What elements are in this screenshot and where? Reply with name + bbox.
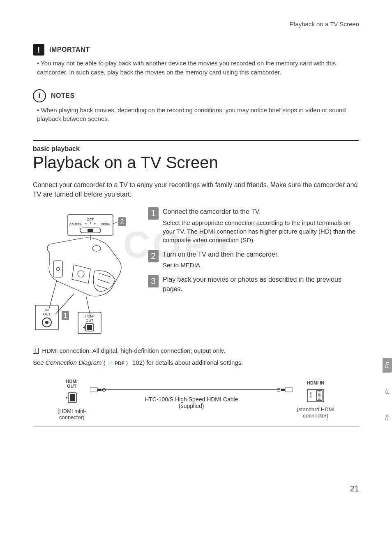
svg-rect-38 xyxy=(281,389,285,391)
svg-text:AV: AV xyxy=(44,308,49,312)
info-icon: i xyxy=(33,89,46,102)
svg-point-11 xyxy=(78,271,84,277)
notes-callout: i NOTES xyxy=(33,89,359,102)
svg-rect-39 xyxy=(285,388,293,392)
step-text: Select the appropriate connection accord… xyxy=(163,218,359,244)
exclamation-icon: ! xyxy=(33,44,44,56)
hdmi-out-connector: HDMI OUT (HDMI mini- connector) xyxy=(58,379,86,420)
svg-rect-34 xyxy=(90,388,97,392)
lang-tab-es[interactable]: Es xyxy=(383,410,392,425)
step-body: Turn on the TV and then the camcorder. S… xyxy=(163,250,279,269)
notes-text: When playing back movies, depending on t… xyxy=(33,106,359,124)
step-item: 1 Connect the camcorder to the TV. Selec… xyxy=(148,207,359,244)
diagram-callout-1: 1 xyxy=(64,312,67,319)
connection-diagram: HDMI OUT (HDMI mini- connector) HTC-100/… xyxy=(33,375,359,426)
hdmi-out-label: HDMI OUT xyxy=(58,379,86,389)
step-body: Play back your movies or photos as descr… xyxy=(163,275,359,295)
footnote-text: HDMI connection: All digital, high-defin… xyxy=(42,347,225,354)
see-reference: See Connection Diagram ( 📄PDF〉 102) for … xyxy=(33,359,359,367)
svg-point-1 xyxy=(85,223,87,225)
diagram-camera-label: CAMERA xyxy=(69,223,82,226)
svg-rect-29 xyxy=(87,325,92,330)
step-number: 3 xyxy=(148,275,159,287)
svg-point-37 xyxy=(277,388,280,392)
hdmi-in-label: HDMI IN xyxy=(297,380,334,385)
step-title: Turn on the TV and then the camcorder. xyxy=(163,250,279,259)
svg-rect-9 xyxy=(53,261,62,277)
running-header: Playback on a TV Screen xyxy=(33,21,359,28)
hdmi-standard-icon: HDMI xyxy=(307,389,325,403)
step-item: 2 Turn on the TV and then the camcorder.… xyxy=(148,250,359,269)
svg-rect-32 xyxy=(70,394,75,401)
svg-point-10 xyxy=(56,267,60,271)
notes-label: NOTES xyxy=(51,92,75,100)
step-number: 1 xyxy=(148,207,159,220)
lang-tab-en[interactable]: En xyxy=(383,358,392,373)
cable-graphic: HTC-100/S High Speed HDMI Cable (supplie… xyxy=(86,389,297,409)
svg-text:HDMI: HDMI xyxy=(309,392,312,398)
diagram-media-label: MEDIA xyxy=(101,223,110,226)
hdmi-footnote: 1 HDMI connection: All digital, high-def… xyxy=(33,347,359,354)
important-callout: ! IMPORTANT xyxy=(33,44,359,56)
cable-plug-right-icon xyxy=(276,387,293,393)
important-label: IMPORTANT xyxy=(49,46,90,53)
step-text: Set to MEDIA. xyxy=(163,261,279,269)
svg-rect-5 xyxy=(88,229,93,232)
svg-line-7 xyxy=(113,222,118,224)
svg-line-13 xyxy=(98,279,110,283)
steps-list: COPY 1 Connect the camcorder to the TV. … xyxy=(148,207,359,335)
svg-point-23 xyxy=(45,321,48,324)
svg-marker-30 xyxy=(83,326,85,329)
cable-supplied: (supplied) xyxy=(86,403,297,409)
step-body: Connect the camcorder to the TV. Select … xyxy=(163,207,359,244)
section-subtitle: basic playback xyxy=(33,145,359,153)
camcorder-diagram: OFF CAMERA MEDIA 2 xyxy=(33,207,140,335)
page-number: 21 xyxy=(33,484,359,493)
diagram-off-label: OFF xyxy=(87,218,94,222)
language-tabs: En Fr Es xyxy=(383,358,392,425)
svg-text:OUT: OUT xyxy=(86,318,94,322)
section-divider xyxy=(33,140,359,141)
pdf-icon: 📄PDF〉 xyxy=(107,360,131,367)
svg-point-3 xyxy=(95,223,96,225)
svg-marker-33 xyxy=(66,396,67,399)
step-title: Connect the camcorder to the TV. xyxy=(163,207,359,216)
svg-line-18 xyxy=(86,297,90,316)
svg-line-12 xyxy=(99,273,111,277)
svg-text:HDMI: HDMI xyxy=(85,314,95,318)
svg-rect-35 xyxy=(97,389,101,391)
hdmi-standard-caption: (standard HDMI connector) xyxy=(297,406,334,419)
cable-name: HTC-100/S High Speed HDMI Cable xyxy=(86,396,297,403)
hdmi-mini-caption: (HDMI mini- connector) xyxy=(58,408,86,420)
svg-point-8 xyxy=(92,246,101,251)
lang-tab-fr[interactable]: Fr xyxy=(383,385,392,398)
svg-text:OUT: OUT xyxy=(43,312,51,316)
important-text: You may not be able to play back with an… xyxy=(33,59,359,77)
section-intro: Connect your camcorder to a TV to enjoy … xyxy=(33,180,359,199)
step-title: Play back your movies or photos as descr… xyxy=(163,275,359,294)
hdmi-mini-icon xyxy=(65,392,79,404)
hdmi-in-connector: HDMI IN HDMI (standard HDMI connector) xyxy=(297,380,334,419)
svg-line-14 xyxy=(97,285,107,289)
diagram-callout-2: 2 xyxy=(120,218,124,225)
step-number: 2 xyxy=(148,250,159,262)
footnote-ref: 1 xyxy=(33,348,39,354)
step-item: 3 Play back your movies or photos as des… xyxy=(148,275,359,295)
svg-line-16 xyxy=(49,280,57,308)
section-title: Playback on a TV Screen xyxy=(33,153,359,172)
svg-point-2 xyxy=(90,222,91,224)
